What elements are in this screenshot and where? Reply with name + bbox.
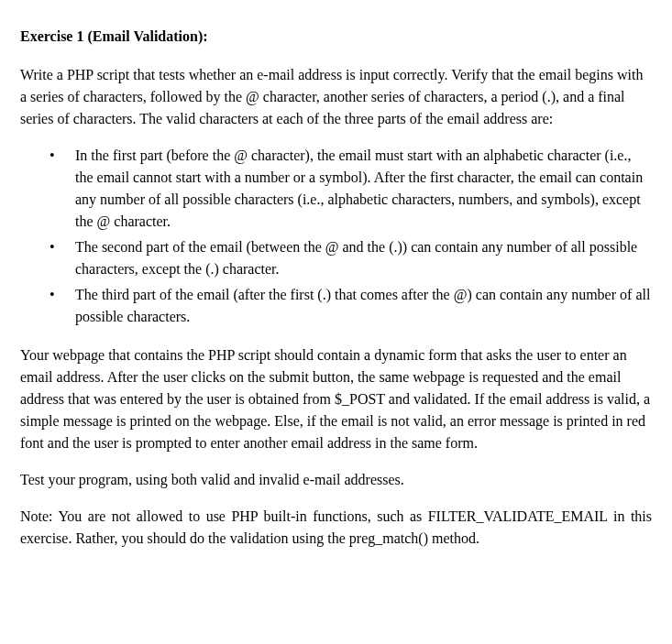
list-item: The second part of the email (between th… — [20, 236, 652, 280]
note-paragraph: Note: You are not allowed to use PHP bui… — [20, 506, 652, 550]
requirements-list: In the first part (before the @ characte… — [20, 145, 652, 328]
list-item: In the first part (before the @ characte… — [20, 145, 652, 233]
intro-paragraph: Write a PHP script that tests whether an… — [20, 64, 652, 130]
instructions-paragraph: Your webpage that contains the PHP scrip… — [20, 344, 652, 454]
list-item: The third part of the email (after the f… — [20, 284, 652, 328]
test-paragraph: Test your program, using both valid and … — [20, 469, 652, 491]
exercise-title: Exercise 1 (Email Validation): — [20, 26, 652, 48]
